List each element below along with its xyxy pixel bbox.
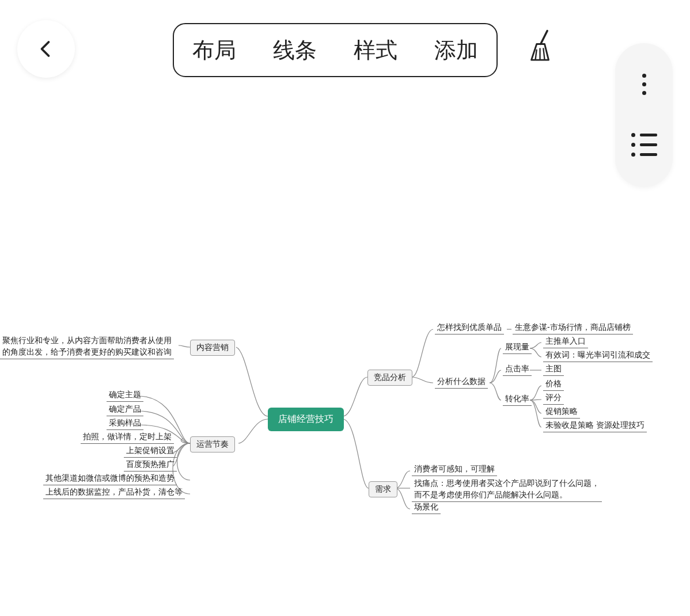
node-op-leaf-5[interactable]: 百度预热推广 <box>124 459 177 471</box>
node-cvr[interactable]: 转化率 <box>503 394 532 406</box>
node-find-quality[interactable]: 怎样找到优质单品 <box>435 322 504 334</box>
node-op-leaf-0[interactable]: 确定主题 <box>107 390 143 402</box>
node-cvr-leaf-2[interactable]: 促销策略 <box>543 406 580 419</box>
node-content-marketing[interactable]: 内容营销 <box>190 340 235 356</box>
node-cvr-leaf-1[interactable]: 评分 <box>543 393 564 405</box>
node-op-leaf-1[interactable]: 确定产品 <box>107 404 143 416</box>
node-op-leaf-2[interactable]: 采购样品 <box>107 418 143 430</box>
node-content-marketing-detail[interactable]: 聚焦行业和专业，从内容方面帮助消费者从使用 的角度出发，给予消费者更好的购买建议… <box>0 335 174 359</box>
broom-icon <box>529 29 555 63</box>
node-analyze-data[interactable]: 分析什么数据 <box>435 377 488 389</box>
more-button[interactable] <box>642 74 646 95</box>
node-cvr-leaf-3[interactable]: 未验收是策略 资源处理技巧 <box>543 420 647 432</box>
node-op-leaf-4[interactable]: 上架促销设置 <box>124 446 177 458</box>
node-exposure-leaf-1[interactable]: 有效词：曝光率词引流和成交 <box>543 350 653 362</box>
menu-add[interactable]: 添加 <box>434 36 478 65</box>
node-ctr-leaf[interactable]: 主图 <box>543 364 564 376</box>
format-menu: 布局 线条 样式 添加 <box>173 23 498 77</box>
node-op-leaf-6[interactable]: 其他渠道如微信或微博的预热和造势 <box>43 473 177 485</box>
node-ctr[interactable]: 点击率 <box>503 364 532 376</box>
node-exposure-leaf-0[interactable]: 主推单入口 <box>543 336 588 348</box>
chevron-left-icon <box>36 39 56 59</box>
node-demand-leaf-0[interactable]: 消费者可感知，可理解 <box>412 464 497 476</box>
menu-style[interactable]: 样式 <box>354 36 397 65</box>
side-panel <box>615 43 673 187</box>
node-operation-rhythm[interactable]: 运营节奏 <box>190 436 235 453</box>
node-exposure[interactable]: 展现量 <box>503 342 532 354</box>
menu-layout[interactable]: 布局 <box>192 36 236 65</box>
mindmap-connectors <box>0 0 690 616</box>
outline-button[interactable] <box>631 133 657 157</box>
back-button[interactable] <box>17 20 75 78</box>
node-demand-leaf-1[interactable]: 找痛点：思考使用者买这个产品即说到了什么问题， 而不是考虑使用你们产品能解决什么… <box>412 478 602 502</box>
node-demand[interactable]: 需求 <box>369 481 397 497</box>
node-find-quality-leaf[interactable]: 生意参谋-市场行情，商品店铺榜 <box>513 322 633 334</box>
menu-line[interactable]: 线条 <box>273 36 317 65</box>
node-op-leaf-7[interactable]: 上线后的数据监控，产品补货，清仓等 <box>43 487 185 499</box>
node-demand-leaf-2[interactable]: 场景化 <box>412 502 441 514</box>
node-competitor-analysis[interactable]: 竞品分析 <box>367 370 412 386</box>
toolbar: 布局 线条 样式 添加 <box>0 23 690 75</box>
clear-button[interactable] <box>529 29 563 69</box>
node-cvr-leaf-0[interactable]: 价格 <box>543 379 564 391</box>
root-node[interactable]: 店铺经营技巧 <box>268 408 344 431</box>
node-op-leaf-3[interactable]: 拍照，做详情，定时上架 <box>81 432 174 444</box>
